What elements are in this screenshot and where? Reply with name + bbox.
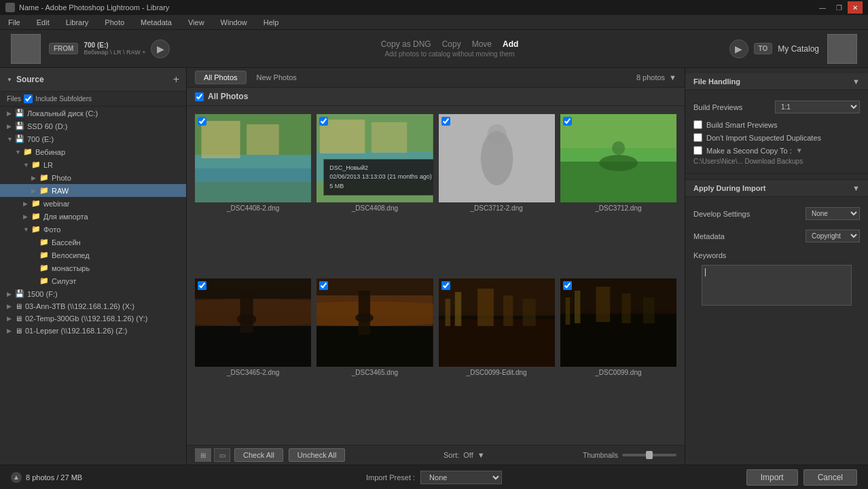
copy-option[interactable]: Copy [442,39,461,49]
tree-item-local-c[interactable]: ▶ 💾 Локальный диск (C:) [0,107,186,120]
tree-item-ann-x[interactable]: ▶ 🖥 03-Ann-3TB (\\192.168.1.26) (X:) [0,300,186,312]
tree-item-webinar[interactable]: ▼ 📁 Вебинар [0,145,186,158]
include-subfolders-checkbox[interactable] [24,94,33,103]
tree-item-webinar2[interactable]: ▶ 📁 webinar [0,197,186,210]
tab-all-photos[interactable]: All Photos [195,71,247,84]
svg-rect-42 [565,297,570,325]
tree-item-photo-folder[interactable]: ▼ 📁 Фото [0,223,186,236]
photo-cell-7: _DSC0099-Edit.dng [439,278,555,437]
loupe-view-button[interactable]: ▭ [214,448,230,462]
tree-item-lepser-z[interactable]: ▶ 🖥 01-Lepser (\\192.168.1.26) (Z:) [0,325,186,337]
move-option[interactable]: Move [472,39,492,49]
menu-library[interactable]: Library [63,17,92,28]
photo-thumb-7[interactable] [439,278,555,367]
photo-thumb-3[interactable] [439,114,555,202]
second-copy-row: Make a Second Copy To : ▼ [685,144,868,157]
photo-thumb-5[interactable] [195,278,311,367]
tree-item-temp-y[interactable]: ▶ 🖥 02-Temp-300Gb (\\192.168.1.26) (Y:) [0,312,186,325]
file-handling-collapse-icon[interactable]: ▼ [852,77,860,86]
expand-icon: ▼ [15,149,23,156]
check-all-checkbox[interactable] [195,92,204,101]
photo-thumb-6[interactable] [317,278,433,367]
tree-item-raw[interactable]: ▶ 📁 RAW [0,184,186,197]
photo-thumb-1[interactable] [195,114,311,202]
photo-checkbox-5[interactable] [198,281,206,290]
second-copy-checkbox[interactable] [693,146,702,155]
restore-button[interactable]: ❐ [831,1,846,14]
tree-item-bike[interactable]: 📁 Велосипед [0,249,186,261]
status-area: ▲ 8 photos / 27 MB [11,472,82,483]
tree-item-lr[interactable]: ▼ 📁 LR [0,158,186,171]
svg-rect-37 [503,295,513,326]
copy-options: Copy as DNG Copy Move Add [381,39,519,49]
apply-collapse-icon[interactable]: ▼ [852,184,860,192]
status-collapse-button[interactable]: ▲ [11,472,22,483]
expand-icon: ▶ [7,315,15,322]
photos-count-dropdown[interactable]: ▼ [669,73,676,82]
tab-new-photos[interactable]: New Photos [248,71,306,84]
close-button[interactable]: ✕ [848,1,863,14]
keywords-cursor [705,268,706,276]
expand-icon: ▶ [23,200,31,207]
grid-view-button[interactable]: ⊞ [195,448,211,462]
metadata-select[interactable]: Copyright [806,230,860,242]
tree-item-photo[interactable]: ▶ 📁 Photo [0,171,186,184]
menu-edit[interactable]: Edit [34,17,52,28]
photo-cell-1: _DSC4408-2.dng [195,114,311,273]
photo-checkbox-7[interactable] [441,281,450,290]
photo-checkbox-1[interactable] [198,117,206,126]
tree-item-import[interactable]: ▶ 📁 Для импорта [0,210,186,223]
add-source-button[interactable]: + [173,73,179,86]
source-name: 700 (E:) [84,41,145,49]
tree-label: Бассейн [52,238,81,247]
tree-item-pool[interactable]: 📁 Бассейн [0,236,186,249]
tree-item-silhouette[interactable]: 📁 Силуэт [0,274,186,287]
tree-item-monastery[interactable]: 📁 монастырь [0,261,186,274]
photo-checkbox-4[interactable] [563,117,572,126]
add-option[interactable]: Add [503,39,518,49]
copy-as-dng-option[interactable]: Copy as DNG [381,39,431,49]
build-previews-select[interactable]: 1:1 Minimal Embedded & Sidecar Standard [775,101,860,113]
photo-cell-inner-7 [439,278,555,367]
tree-item-700-e[interactable]: ▼ 💾 700 (E:) [0,132,186,145]
menu-metadata[interactable]: Metadata [138,17,175,28]
photo-thumb-2[interactable]: DSC_Новый2 02/06/2013 13:13:03 (21 month… [317,114,433,202]
menu-view[interactable]: View [185,17,207,28]
source-info: 700 (E:) Вебинар \ LR \ RAW + [84,41,145,56]
develop-settings-select[interactable]: None [806,207,860,220]
menu-photo[interactable]: Photo [102,17,127,28]
photo-checkbox-8[interactable] [563,281,572,290]
keywords-input[interactable] [702,265,852,306]
svg-point-12 [487,124,507,145]
tree-item-1500-f[interactable]: ▶ 💾 1500 (F:) [0,287,186,300]
cancel-button[interactable]: Cancel [803,469,857,486]
thumbnail-size-slider[interactable] [622,454,676,456]
network-icon: 🖥 [15,302,22,310]
photo-thumb-8[interactable] [560,278,676,367]
import-preset-select[interactable]: None [420,471,502,484]
sort-value[interactable]: Off [463,451,473,459]
check-all-button[interactable]: Check All [234,448,283,462]
minimize-button[interactable]: — [815,1,830,14]
photo-checkbox-6[interactable] [319,281,328,290]
nav-left-arrow[interactable]: ▶ [151,39,170,58]
photo-checkbox-3[interactable] [441,117,450,126]
import-button[interactable]: Import [746,469,798,486]
dont-import-duplicates-checkbox[interactable] [693,133,702,142]
photo-thumb-4[interactable] [560,114,676,202]
photo-checkbox-2[interactable] [319,117,328,126]
tree-label: 700 (E:) [27,135,54,143]
build-smart-previews-checkbox[interactable] [693,120,702,129]
source-panel-header: ▼ Source + [0,68,186,92]
menu-window[interactable]: Window [218,17,250,28]
nav-right-arrow[interactable]: ▶ [729,39,748,58]
sort-dropdown-icon[interactable]: ▼ [477,451,485,459]
tree-item-ssd-d[interactable]: ▶ 💾 SSD 60 (D:) [0,120,186,132]
collapse-icon[interactable]: ▼ [7,77,12,83]
menu-file[interactable]: File [5,17,23,28]
svg-rect-2 [195,168,311,202]
svg-point-16 [599,155,638,171]
uncheck-all-button[interactable]: Uncheck All [289,448,345,462]
menu-help[interactable]: Help [261,17,282,28]
second-copy-dropdown[interactable]: ▼ [796,147,803,154]
